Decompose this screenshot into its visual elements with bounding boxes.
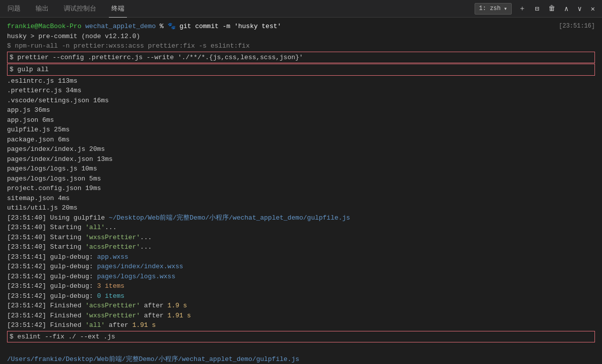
chevron-up-icon[interactable]: ∧	[562, 4, 570, 14]
terminal-line-appjson: app.json 6ms	[7, 115, 595, 125]
terminal-spacer	[7, 343, 595, 353]
tab-problems[interactable]: 问题	[5, 0, 23, 17]
terminal-line-pages-index-js: pages/index/index.js 20ms	[7, 144, 595, 154]
terminal-line-project: project.config.json 19ms	[7, 184, 595, 194]
terminal-line-gulp-debug-logs: [23:51:42] gulp-debug: pages/logs/logs.w…	[7, 272, 595, 282]
terminal-line-gulpfile-path: /Users/frankie/Desktop/Web前端/完整Demo/小程序/…	[7, 354, 595, 365]
terminal-line-gulp-starting-all: [23:51:40] Starting 'all'...	[7, 223, 595, 233]
terminal-line-gulp-debug-0items: [23:51:42] gulp-debug: 0 items	[7, 291, 595, 301]
terminal-body: frankie@MacBook-Pro wechat_applet_demo %…	[0, 18, 602, 364]
tab-terminal[interactable]: 终端	[109, 0, 127, 18]
delete-terminal-icon[interactable]: 🗑	[546, 4, 557, 14]
terminal-line-pages-index-json: pages/index/index.json 13ms	[7, 154, 595, 164]
terminal-line-sitemap: sitemap.json 4ms	[7, 194, 595, 204]
terminal-line-gulp-finished-all: [23:51:42] Finished 'all' after 1.91 s	[7, 320, 595, 330]
terminal-line-packagejson: package.json 6ms	[7, 135, 595, 145]
terminal-boxed-eslint: $ eslint --fix ./ --ext .js	[7, 331, 595, 343]
terminal-line-gulp-debug-index: [23:51:42] gulp-debug: pages/index/index…	[7, 262, 595, 272]
title-bar-tabs: 问题 输出 调试控制台 终端	[5, 0, 127, 18]
terminal-line-pages-logs-json: pages/logs/logs.json 5ms	[7, 174, 595, 184]
title-bar-right: 1: zsh ▾ ＋ ⊟ 🗑 ∧ ∨ ✕	[475, 3, 597, 15]
tab-debug-console[interactable]: 调试控制台	[61, 0, 99, 17]
terminal-selector-label: 1: zsh	[479, 5, 501, 12]
terminal-line-eslintrc: .eslintrc.js 113ms	[7, 76, 595, 86]
terminal-line-utils: utils/util.js 20ms	[7, 203, 595, 213]
chevron-down-icon: ▾	[504, 5, 507, 13]
chevron-down-icon2[interactable]: ∨	[575, 4, 583, 14]
terminal-boxed-line-2: $ gulp all	[7, 64, 595, 76]
terminal-line-gulp-starting-wxss: [23:51:40] Starting 'wxssPrettier'...	[7, 233, 595, 243]
add-terminal-icon[interactable]: ＋	[517, 3, 528, 14]
terminal-line-gulp-debug-3items: [23:51:42] gulp-debug: 3 items	[7, 281, 595, 291]
terminal-line-1: frankie@MacBook-Pro wechat_applet_demo %…	[7, 22, 595, 32]
terminal-line-gulp-starting-acss: [23:51:40] Starting 'acssPrettier'...	[7, 242, 595, 252]
terminal-line-pages-logs-js: pages/logs/logs.js 10ms	[7, 164, 595, 174]
terminal-line-appjs: app.js 36ms	[7, 105, 595, 115]
terminal-line-2: husky > pre-commit (node v12.12.0)	[7, 32, 595, 42]
terminal-line-gulpfile: gulpfile.js 25ms	[7, 125, 595, 135]
terminal-line-vscode: .vscode/settings.json 16ms	[7, 96, 595, 106]
terminal-line-3: $ npm-run-all -n prettier:wxss:acss pret…	[7, 41, 595, 51]
title-bar: 问题 输出 调试控制台 终端 1: zsh ▾ ＋ ⊟ 🗑 ∧ ∨ ✕	[0, 0, 602, 18]
terminal-line-gulp-finished-wxss: [23:51:42] Finished 'wxssPrettier' after…	[7, 311, 595, 321]
split-terminal-icon[interactable]: ⊟	[533, 4, 541, 14]
terminal-line-gulp-using: [23:51:40] Using gulpfile ~/Desktop/Web前…	[7, 213, 595, 223]
close-icon[interactable]: ✕	[589, 4, 597, 14]
terminal-line-prettierrc: .prettierrc.js 34ms	[7, 86, 595, 96]
terminal-line-gulp-debug-appwxss: [23:51:41] gulp-debug: app.wxss	[7, 252, 595, 262]
terminal-selector[interactable]: 1: zsh ▾	[475, 3, 512, 15]
terminal-boxed-line-1: $ prettier --config .prettierrc.js --wri…	[7, 52, 595, 64]
tab-output[interactable]: 输出	[33, 0, 51, 17]
terminal-line-gulp-finished-acss: [23:51:42] Finished 'acssPrettier' after…	[7, 301, 595, 311]
